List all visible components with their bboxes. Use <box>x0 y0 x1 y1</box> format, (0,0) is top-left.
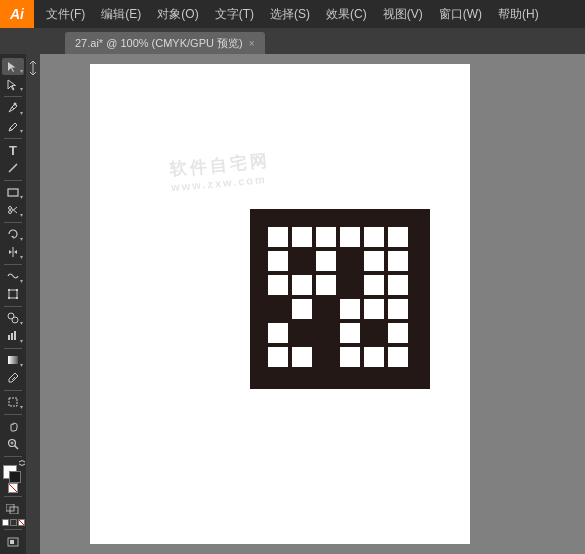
toolbar-separator-6 <box>4 306 22 307</box>
menu-window[interactable]: 窗口(W) <box>431 0 490 28</box>
svg-rect-21 <box>9 398 17 406</box>
tab-label: 27.ai* @ 100% (CMYK/GPU 预览) <box>75 36 243 51</box>
qr-code-image <box>250 209 430 389</box>
svg-rect-62 <box>316 251 336 271</box>
svg-rect-40 <box>268 251 288 271</box>
svg-rect-39 <box>340 227 360 247</box>
menu-view[interactable]: 视图(V) <box>375 0 431 28</box>
color-mode-buttons <box>8 483 18 493</box>
svg-rect-61 <box>388 275 408 295</box>
toolbar-separator-9 <box>4 414 22 415</box>
svg-rect-50 <box>388 323 408 343</box>
menu-effect[interactable]: 效果(C) <box>318 0 375 28</box>
svg-rect-9 <box>9 290 17 298</box>
menu-bar: 文件(F) 编辑(E) 对象(O) 文字(T) 选择(S) 效果(C) 视图(V… <box>34 0 585 28</box>
eyedropper-tool[interactable] <box>2 370 24 387</box>
menu-help[interactable]: 帮助(H) <box>490 0 547 28</box>
svg-rect-46 <box>364 299 384 319</box>
svg-rect-57 <box>388 227 408 247</box>
reflect-tool[interactable] <box>2 244 24 261</box>
svg-rect-12 <box>8 297 10 299</box>
svg-rect-19 <box>8 356 18 364</box>
svg-rect-53 <box>340 347 360 367</box>
rotate-tool[interactable] <box>2 226 24 243</box>
scissors-tool[interactable] <box>2 202 24 219</box>
direct-selection-tool[interactable] <box>2 76 24 93</box>
qr-code <box>250 209 430 392</box>
svg-rect-16 <box>8 335 10 340</box>
graph-tool[interactable] <box>2 328 24 345</box>
main-area: T <box>0 54 585 554</box>
menu-object[interactable]: 对象(O) <box>149 0 206 28</box>
svg-line-1 <box>10 128 12 130</box>
toolbar-separator-12 <box>4 529 22 530</box>
free-transform-tool[interactable] <box>2 286 24 303</box>
svg-rect-48 <box>268 323 288 343</box>
svg-rect-42 <box>292 275 312 295</box>
svg-rect-58 <box>364 251 384 271</box>
shape-builder-tool[interactable] <box>2 310 24 327</box>
toolbar-separator-3 <box>4 180 22 181</box>
canvas-area[interactable]: 软件自宅网 www.zxw.com <box>40 54 585 554</box>
menu-text[interactable]: 文字(T) <box>207 0 262 28</box>
pencil-tool[interactable] <box>2 118 24 135</box>
warp-tool[interactable] <box>2 268 24 285</box>
svg-rect-45 <box>340 299 360 319</box>
type-tool[interactable]: T <box>2 142 24 159</box>
tab-close-button[interactable]: × <box>249 38 255 49</box>
svg-rect-41 <box>268 275 288 295</box>
left-toolbar: T <box>0 54 26 554</box>
svg-point-15 <box>12 317 18 323</box>
pen-tool[interactable] <box>2 100 24 117</box>
title-bar: Ai 文件(F) 编辑(E) 对象(O) 文字(T) 选择(S) 效果(C) 视… <box>0 0 585 28</box>
color-swatch-area <box>2 461 24 481</box>
color-display-row <box>2 519 25 526</box>
svg-rect-52 <box>292 347 312 367</box>
secondary-toolbar <box>26 54 40 554</box>
svg-rect-11 <box>16 289 18 291</box>
gradient-tool[interactable] <box>2 352 24 369</box>
rectangle-tool[interactable] <box>2 184 24 201</box>
svg-rect-36 <box>268 227 288 247</box>
svg-line-23 <box>15 445 19 449</box>
artboard-tool[interactable] <box>2 394 24 411</box>
white-swatch[interactable] <box>2 519 9 526</box>
svg-rect-38 <box>316 227 336 247</box>
fill-stroke-toggle[interactable] <box>2 500 24 517</box>
toolbar-separator-10 <box>4 456 22 457</box>
secondary-tool-1[interactable] <box>27 58 39 78</box>
toolbar-separator-4 <box>4 222 22 223</box>
menu-select[interactable]: 选择(S) <box>262 0 318 28</box>
toolbar-separator-5 <box>4 264 22 265</box>
svg-rect-37 <box>292 227 312 247</box>
toolbar-separator-7 <box>4 348 22 349</box>
svg-rect-18 <box>14 331 16 340</box>
document-tab[interactable]: 27.ai* @ 100% (CMYK/GPU 预览) × <box>65 32 265 54</box>
watermark: 软件自宅网 www.zxw.com <box>169 150 272 194</box>
zoom-tool[interactable] <box>2 435 24 452</box>
line-tool[interactable] <box>2 160 24 177</box>
black-swatch[interactable] <box>10 519 17 526</box>
none-swatch[interactable] <box>18 519 25 526</box>
swap-colors-icon[interactable] <box>18 459 26 467</box>
menu-file[interactable]: 文件(F) <box>38 0 93 28</box>
toolbar-separator-8 <box>4 390 22 391</box>
app-logo: Ai <box>0 0 34 28</box>
svg-rect-56 <box>364 227 384 247</box>
svg-rect-55 <box>388 347 408 367</box>
svg-rect-54 <box>364 347 384 367</box>
selection-tool[interactable] <box>2 58 24 75</box>
svg-rect-10 <box>8 289 10 291</box>
svg-line-2 <box>9 164 17 172</box>
background-color-swatch[interactable] <box>9 471 21 483</box>
toolbar-separator-1 <box>4 96 22 97</box>
svg-point-0 <box>14 103 17 106</box>
svg-rect-29 <box>10 540 14 544</box>
toolbar-separator-2 <box>4 138 22 139</box>
hand-tool[interactable] <box>2 417 24 434</box>
none-color-button[interactable] <box>8 483 18 493</box>
menu-edit[interactable]: 编辑(E) <box>93 0 149 28</box>
screen-mode-button[interactable] <box>2 533 24 550</box>
toolbar-separator-11 <box>4 496 22 497</box>
svg-rect-49 <box>340 323 360 343</box>
